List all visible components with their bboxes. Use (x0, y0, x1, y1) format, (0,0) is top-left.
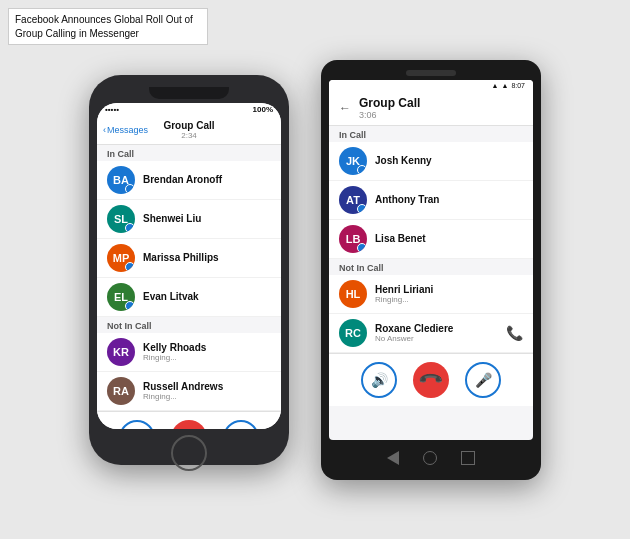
contact-row[interactable]: BABrendan Aronoff (97, 161, 281, 200)
android-recents-nav[interactable] (461, 451, 475, 465)
avatar: EL (107, 283, 135, 311)
avatar: MP (107, 244, 135, 272)
contact-info: Shenwei Liu (143, 213, 271, 224)
iphone-back-button[interactable]: ‹ Messages (103, 125, 148, 135)
iphone-end-call-button[interactable]: 📞 (164, 412, 215, 428)
contact-status: No Answer (375, 334, 498, 343)
contact-status: Ringing... (143, 392, 271, 401)
iphone-notch (149, 87, 229, 99)
contact-info: Lisa Benet (375, 233, 523, 244)
avatar: RA (107, 377, 135, 405)
avatar: RC (339, 319, 367, 347)
contact-info: Marissa Phillips (143, 252, 271, 263)
android-speaker-button[interactable]: 🔊 (361, 362, 397, 398)
avatar-badge (357, 165, 367, 175)
iphone-back-label: Messages (107, 125, 148, 135)
contact-info: Henri LirianiRinging... (375, 284, 523, 304)
contact-row[interactable]: HLHenri LirianiRinging... (329, 275, 533, 314)
contact-name: Anthony Tran (375, 194, 523, 205)
contact-name: Roxane Clediere (375, 323, 498, 334)
avatar-badge (357, 204, 367, 214)
android-title-block: Group Call 3:06 (359, 96, 523, 120)
contact-status: Ringing... (143, 353, 271, 362)
contact-name: Evan Litvak (143, 291, 271, 302)
section-header-in-call: In Call (97, 145, 281, 161)
iphone-screen: ••••• 100% ‹ Messages Group Call 2:34 In… (97, 103, 281, 429)
android-wifi: ▲ (501, 82, 508, 89)
iphone-action-bar: 🔊 📞 🎤 (97, 411, 281, 429)
avatar-badge (125, 223, 135, 233)
contact-row[interactable]: MPMarissa Phillips (97, 239, 281, 278)
avatar: AT (339, 186, 367, 214)
avatar-badge (125, 301, 135, 311)
contact-row[interactable]: JKJosh Kenny (329, 142, 533, 181)
avatar: KR (107, 338, 135, 366)
android-system-nav (329, 444, 533, 472)
android-back-button[interactable]: ← (339, 101, 351, 115)
android-shell: ▲ ▲ 8:07 ← Group Call 3:06 In CallJKJosh… (321, 60, 541, 480)
iphone-call-list: In CallBABrendan AronoffSLShenwei LiuMPM… (97, 145, 281, 411)
iphone-battery: 100% (253, 105, 273, 114)
iphone-back-chevron: ‹ (103, 125, 106, 135)
iphone-home-button[interactable] (171, 435, 207, 471)
android-back-nav[interactable] (387, 451, 399, 465)
iphone-shell: ••••• 100% ‹ Messages Group Call 2:34 In… (89, 75, 289, 465)
avatar-badge (125, 262, 135, 272)
android-navbar: ← Group Call 3:06 (329, 91, 533, 126)
iphone-mic-button[interactable]: 🎤 (223, 420, 259, 429)
android-speaker (406, 70, 456, 76)
android-mic-button[interactable]: 🎤 (465, 362, 501, 398)
avatar-badge (125, 184, 135, 194)
android-screen: ▲ ▲ 8:07 ← Group Call 3:06 In CallJKJosh… (329, 80, 533, 440)
contact-info: Josh Kenny (375, 155, 523, 166)
contact-name: Lisa Benet (375, 233, 523, 244)
iphone-call-title: Group Call (163, 120, 214, 131)
android-call-duration: 3:06 (359, 110, 523, 120)
contact-row[interactable]: ATAnthony Tran (329, 181, 533, 220)
contact-row[interactable]: LBLisa Benet (329, 220, 533, 259)
contact-row[interactable]: ELEvan Litvak (97, 278, 281, 317)
headline-overlay: Facebook Announces Global Roll Out of Gr… (8, 8, 208, 45)
android-time: 8:07 (511, 82, 525, 89)
contact-info: Anthony Tran (375, 194, 523, 205)
contact-name: Josh Kenny (375, 155, 523, 166)
iphone-status-bar: ••••• 100% (97, 103, 281, 116)
section-header-not-in-call: Not In Call (329, 259, 533, 275)
contact-status: Ringing... (375, 295, 523, 304)
contact-row[interactable]: SLShenwei Liu (97, 200, 281, 239)
android-signal: ▲ (492, 82, 499, 89)
android-status-bar: ▲ ▲ 8:07 (329, 80, 533, 91)
iphone-navbar: ‹ Messages Group Call 2:34 (97, 116, 281, 145)
iphone-call-duration: 2:34 (163, 131, 214, 140)
contact-info: Russell AndrewsRinging... (143, 381, 271, 401)
avatar: LB (339, 225, 367, 253)
contact-info: Kelly RhoadsRinging... (143, 342, 271, 362)
iphone-signal: ••••• (105, 105, 119, 114)
headline-text: Facebook Announces Global Roll Out of Gr… (15, 14, 193, 39)
android-end-call-button[interactable]: 📞 (406, 354, 457, 405)
avatar: SL (107, 205, 135, 233)
android-action-bar: 🔊 📞 🎤 (329, 353, 533, 406)
contact-row[interactable]: KRKelly RhoadsRinging... (97, 333, 281, 372)
avatar-badge (357, 243, 367, 253)
contact-name: Henri Liriani (375, 284, 523, 295)
contact-name: Shenwei Liu (143, 213, 271, 224)
section-header-in-call: In Call (329, 126, 533, 142)
scene: Facebook Announces Global Roll Out of Gr… (0, 0, 630, 539)
contact-name: Kelly Rhoads (143, 342, 271, 353)
android-call-list: In CallJKJosh KennyATAnthony TranLBLisa … (329, 126, 533, 353)
contact-name: Marissa Phillips (143, 252, 271, 263)
avatar: JK (339, 147, 367, 175)
contact-info: Evan Litvak (143, 291, 271, 302)
contact-name: Brendan Aronoff (143, 174, 271, 185)
contact-call-action[interactable]: 📞 (506, 325, 523, 341)
section-header-not-in-call: Not In Call (97, 317, 281, 333)
contact-name: Russell Andrews (143, 381, 271, 392)
contact-row[interactable]: RARussell AndrewsRinging... (97, 372, 281, 411)
android-home-nav[interactable] (423, 451, 437, 465)
iphone-speaker-button[interactable]: 🔊 (119, 420, 155, 429)
contact-row[interactable]: RCRoxane ClediereNo Answer📞 (329, 314, 533, 353)
android-call-title: Group Call (359, 96, 523, 110)
avatar: BA (107, 166, 135, 194)
iphone-title-block: Group Call 2:34 (163, 120, 214, 140)
